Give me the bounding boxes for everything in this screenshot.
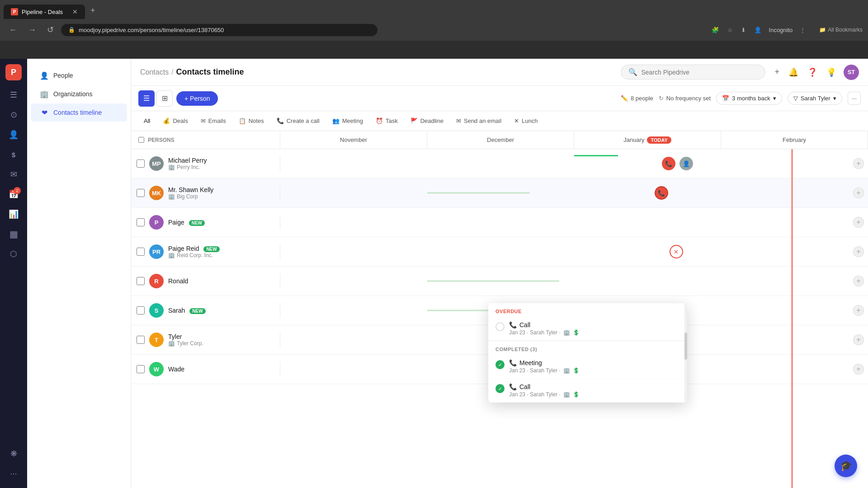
filter-task-btn[interactable]: ⏰ Task bbox=[370, 115, 403, 127]
person-checkbox-michael[interactable] bbox=[137, 160, 145, 168]
back-btn[interactable]: ← bbox=[5, 23, 21, 37]
filter-deals-btn[interactable]: 💰 Deals bbox=[157, 115, 193, 127]
address-bar[interactable]: 🔒 moodjoy.pipedrive.com/persons/timeline… bbox=[61, 24, 377, 36]
person-name-paige-reid[interactable]: Paige Reid NEW bbox=[168, 245, 274, 252]
extensions-btn[interactable]: 🧩 bbox=[709, 25, 722, 35]
header-actions: + 🔔 ❓ 💡 ST bbox=[773, 65, 859, 80]
nav-item-contacts-timeline[interactable]: ❤ Contacts timeline bbox=[31, 103, 127, 122]
profile-btn[interactable]: 👤 bbox=[751, 25, 764, 35]
view-list-btn[interactable]: ☰ bbox=[138, 90, 155, 107]
pipedrive-logo[interactable]: P bbox=[5, 64, 22, 80]
person-checkbox-sarah[interactable] bbox=[137, 306, 145, 314]
person-checkbox-ronald[interactable] bbox=[137, 277, 145, 285]
sidebar-icon-home[interactable]: ⊙ bbox=[5, 106, 23, 124]
person-name-sarah[interactable]: Sarah NEW bbox=[168, 307, 274, 314]
filter-meeting-btn[interactable]: 👥 Meeting bbox=[327, 115, 368, 127]
settings-btn[interactable]: 💡 bbox=[825, 66, 838, 79]
popup-item-content-overdue: 📞 Call Jan 23 · Sarah Tyler · 🏢 💲 bbox=[509, 321, 680, 336]
filter-notes-btn[interactable]: 📋 Notes bbox=[233, 115, 269, 127]
more-options-btn[interactable]: ··· bbox=[848, 92, 861, 105]
tab-favicon: P bbox=[11, 8, 18, 15]
refresh-btn[interactable]: ↺ bbox=[43, 23, 57, 37]
popup-check-meeting[interactable]: ✓ bbox=[495, 360, 505, 369]
period-filter-btn[interactable]: 📅 3 months back ▾ bbox=[716, 92, 782, 105]
person-name-paige[interactable]: Paige NEW bbox=[168, 219, 274, 226]
search-icon: 🔍 bbox=[628, 68, 637, 76]
add-activity-paige-reid-btn[interactable]: + bbox=[853, 246, 864, 257]
edit-meta-icon: ✏️ bbox=[621, 95, 628, 102]
add-activity-sarah-btn[interactable]: + bbox=[853, 305, 864, 316]
call-dot-michael[interactable]: 📞 bbox=[662, 157, 675, 170]
add-activity-wade-btn[interactable]: + bbox=[853, 364, 864, 375]
notifications-btn[interactable]: 🔔 bbox=[787, 66, 800, 79]
person-name-shawn[interactable]: Mr. Shawn Kelly bbox=[168, 186, 274, 193]
tab-close-btn[interactable]: ✕ bbox=[72, 8, 78, 15]
sidebar-icon-activities[interactable]: 📅 2 bbox=[5, 185, 23, 203]
avatar[interactable]: ST bbox=[844, 65, 859, 80]
add-person-btn[interactable]: + Person bbox=[176, 91, 218, 106]
add-activity-ronald-btn[interactable]: + bbox=[853, 276, 864, 286]
sidebar-icon-deals[interactable]: $ bbox=[5, 145, 23, 164]
filter-all-btn[interactable]: All bbox=[138, 115, 156, 127]
search-input[interactable] bbox=[641, 69, 758, 76]
person-name-michael[interactable]: Michael Perry bbox=[168, 157, 274, 164]
sidebar-icon-mail[interactable]: ✉ bbox=[5, 165, 23, 183]
sidebar-icon-more[interactable]: ··· bbox=[5, 465, 23, 483]
profile-dot-michael[interactable]: 👤 bbox=[679, 157, 693, 170]
popup-scrollbar[interactable] bbox=[684, 303, 687, 403]
popup-check-overdue[interactable] bbox=[495, 322, 505, 331]
filter-send-email-btn[interactable]: ✉ Send an email bbox=[451, 115, 507, 127]
add-btn[interactable]: + bbox=[773, 66, 781, 79]
person-checkbox-paige[interactable] bbox=[137, 218, 145, 226]
person-checkbox-paige-reid[interactable] bbox=[137, 248, 145, 256]
view-grid-btn[interactable]: ⊞ bbox=[156, 90, 173, 107]
sidebar-icon-menu[interactable]: ☰ bbox=[5, 86, 23, 104]
persons-col-header: PERSONS bbox=[131, 131, 280, 149]
sidebar-icon-products[interactable]: ⬡ bbox=[5, 245, 23, 263]
help-floating-btn[interactable]: 🎓 bbox=[835, 455, 857, 477]
person-name-wade[interactable]: Wade bbox=[168, 366, 274, 373]
filter-deadline-btn[interactable]: 🚩 Deadline bbox=[405, 115, 449, 127]
select-all-checkbox[interactable] bbox=[138, 137, 144, 143]
call-icon-completed: 📞 bbox=[509, 383, 517, 390]
person-company-paige-reid: 🏢 Reid Corp. Inc. bbox=[168, 252, 274, 258]
activity-line-shawn bbox=[427, 192, 530, 194]
sidebar-icon-contacts[interactable]: 👤 bbox=[5, 126, 23, 144]
person-checkbox-shawn[interactable] bbox=[137, 189, 145, 197]
sidebar-icon-reports[interactable]: 📊 bbox=[5, 205, 23, 223]
x-dot-paige-reid[interactable]: ✕ bbox=[670, 245, 683, 258]
new-tab-btn[interactable]: + bbox=[85, 2, 101, 19]
browser-tab-active[interactable]: P Pipeline - Deals ✕ bbox=[4, 5, 85, 19]
filter-emails-btn[interactable]: ✉ Emails bbox=[195, 115, 231, 127]
search-bar[interactable]: 🔍 bbox=[621, 65, 765, 80]
company-meta-icon-meeting: 🏢 bbox=[563, 367, 570, 374]
add-activity-michael-btn[interactable]: + bbox=[853, 158, 864, 169]
breadcrumb-parent[interactable]: Contacts bbox=[140, 68, 169, 76]
add-activity-paige-btn[interactable]: + bbox=[853, 217, 864, 228]
add-activity-shawn-btn[interactable]: + bbox=[853, 188, 864, 198]
filter-lunch-btn[interactable]: ✕ Lunch bbox=[509, 115, 543, 127]
sidebar-icon-integrations[interactable]: ❋ bbox=[5, 445, 23, 463]
people-nav-label: People bbox=[53, 72, 73, 79]
download-btn[interactable]: ⬇ bbox=[738, 25, 749, 35]
forward-btn[interactable]: → bbox=[24, 23, 40, 37]
add-activity-tyler-btn[interactable]: + bbox=[853, 334, 864, 345]
person-info-sarah: Sarah NEW bbox=[168, 307, 274, 314]
menu-btn[interactable]: ⋮ bbox=[797, 25, 808, 35]
person-cell-paige: P Paige NEW bbox=[131, 215, 280, 230]
nav-item-organizations[interactable]: 🏢 Organizations bbox=[31, 85, 127, 103]
help-btn[interactable]: ❓ bbox=[806, 66, 819, 79]
person-name-ronald[interactable]: Ronald bbox=[168, 277, 274, 285]
call-dot-shawn[interactable]: 📞 bbox=[655, 186, 668, 200]
person-name-tyler[interactable]: Tyler bbox=[168, 333, 274, 340]
bookmark-star-btn[interactable]: ☆ bbox=[725, 25, 736, 35]
popup-check-call-completed[interactable]: ✓ bbox=[495, 384, 505, 393]
filter-create-call-btn[interactable]: 📞 Create a call bbox=[271, 115, 325, 127]
nav-item-people[interactable]: 👤 People bbox=[31, 66, 127, 84]
person-filter-btn[interactable]: ▽ Sarah Tyler ▾ bbox=[788, 92, 842, 105]
person-checkbox-wade[interactable] bbox=[137, 365, 145, 373]
person-checkbox-tyler[interactable] bbox=[137, 336, 145, 344]
person-avatar-paige-reid: PR bbox=[149, 244, 164, 259]
sidebar-icon-pipeline[interactable]: ▦ bbox=[5, 225, 23, 243]
frequency-label: No frequency set bbox=[666, 95, 711, 102]
